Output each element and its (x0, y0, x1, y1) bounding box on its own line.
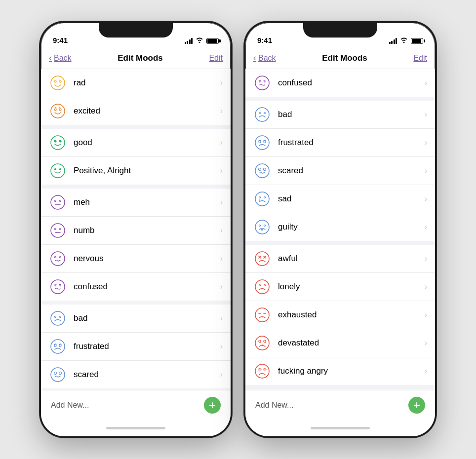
svg-point-64 (259, 369, 261, 371)
list-item[interactable]: bad › (245, 101, 435, 129)
add-button-2[interactable]: + (408, 397, 425, 414)
svg-point-42 (255, 164, 269, 178)
back-label-1[interactable]: Back (54, 54, 72, 63)
list-item[interactable]: confused › (41, 273, 231, 301)
chevron-awful: › (425, 254, 427, 263)
svg-rect-61 (259, 340, 261, 343)
chevron-frustrated-p1: › (220, 342, 223, 351)
section-2-1: confused › (245, 69, 435, 97)
svg-point-46 (259, 197, 261, 198)
svg-point-39 (255, 136, 269, 150)
emoji-scared-p1 (49, 366, 67, 383)
svg-point-8 (59, 140, 61, 142)
mood-label-meh: meh (74, 197, 220, 207)
list-item[interactable]: bad › (41, 305, 231, 333)
chevron-numb: › (220, 226, 223, 235)
list-item[interactable]: confused › (245, 69, 435, 97)
svg-point-24 (51, 311, 65, 325)
wifi-icon-2 (400, 37, 408, 44)
chevron-good: › (220, 138, 223, 147)
nav-bar-1: ‹ Back Edit Moods Edit (41, 47, 231, 69)
back-button-1[interactable]: ‹ Back (49, 53, 72, 63)
status-icons-2 (389, 37, 424, 44)
nav-title-1: Edit Moods (118, 53, 163, 63)
svg-point-41 (264, 141, 266, 143)
emoji-lonely (253, 278, 271, 296)
svg-point-33 (255, 76, 269, 90)
section-1-1: rad › excited › (41, 69, 231, 125)
nav-title-2: Edit Moods (322, 53, 367, 63)
chevron-nervous: › (220, 254, 223, 263)
list-item[interactable]: good › (41, 129, 231, 157)
list-item[interactable]: frustrated › (41, 333, 231, 361)
notch-2 (303, 23, 377, 38)
notch-1 (99, 23, 173, 38)
mood-label-frustrated-p2: frustrated (278, 138, 425, 148)
add-new-label-1: Add New... (51, 401, 89, 410)
home-indicator-2 (245, 420, 435, 436)
emoji-exhausted (253, 306, 271, 324)
svg-point-10 (55, 169, 56, 170)
svg-point-25 (55, 316, 56, 318)
list-item[interactable]: exhausted › (245, 301, 435, 329)
svg-point-1 (54, 80, 56, 82)
svg-point-0 (51, 76, 65, 90)
edit-button-1[interactable]: Edit (209, 54, 223, 63)
svg-point-56 (255, 280, 269, 294)
emoji-guilty (253, 218, 271, 236)
svg-point-36 (255, 108, 269, 121)
list-item[interactable]: scared › (41, 361, 231, 388)
list-item[interactable]: scared › (245, 157, 435, 185)
list-item[interactable]: awful › (245, 245, 435, 273)
svg-point-5 (59, 109, 61, 111)
svg-point-50 (264, 225, 266, 227)
list-item[interactable]: numb › (41, 217, 231, 245)
list-item[interactable]: lonely › (245, 273, 435, 301)
emoji-numb (49, 222, 67, 239)
svg-point-40 (259, 141, 261, 143)
status-time-2: 9:41 (257, 36, 272, 44)
add-new-bar-2: Add New... + (245, 390, 435, 420)
list-item[interactable]: excited › (41, 97, 231, 125)
emoji-rad (49, 74, 67, 92)
emoji-positive (49, 162, 67, 180)
section-2-3: awful › lonely › (245, 245, 435, 385)
edit-button-2[interactable]: Edit (413, 54, 427, 63)
svg-point-4 (54, 109, 56, 111)
svg-point-37 (259, 113, 261, 114)
phone-1: 9:41 ‹ Back Edit Moods Edit (40, 21, 232, 438)
chevron-devastated: › (425, 339, 427, 347)
emoji-nervous (49, 250, 67, 268)
chevron-meh: › (220, 198, 223, 207)
back-button-2[interactable]: ‹ Back (253, 53, 276, 63)
section-1-4: bad › frustrated › (41, 305, 231, 388)
chevron-confused-p2: › (425, 78, 427, 87)
list-item[interactable]: meh › (41, 189, 231, 217)
mood-label-excited: excited (74, 106, 220, 116)
mood-list-2: confused › bad › (245, 69, 435, 390)
list-item[interactable]: devastated › (245, 329, 435, 357)
list-item[interactable]: fucking angry › (245, 357, 435, 385)
svg-point-23 (60, 285, 61, 286)
emoji-excited (49, 102, 67, 120)
status-time-1: 9:41 (53, 36, 68, 44)
section-2-2: bad › frustrated › (245, 101, 435, 241)
list-item[interactable]: nervous › (41, 245, 231, 273)
status-icons-1 (185, 37, 219, 44)
chevron-lonely: › (425, 282, 427, 291)
mood-label-angry: fucking angry (278, 366, 425, 376)
list-item[interactable]: guilty › (245, 213, 435, 241)
mood-label-scared-p2: scared (278, 166, 425, 176)
emoji-good (49, 134, 67, 152)
svg-point-19 (55, 257, 56, 258)
list-item[interactable]: frustrated › (245, 129, 435, 157)
list-item[interactable]: sad › (245, 185, 435, 213)
emoji-awful (253, 250, 271, 268)
svg-point-35 (264, 81, 266, 82)
add-button-1[interactable]: + (204, 397, 221, 414)
back-label-2[interactable]: Back (258, 54, 276, 63)
list-item[interactable]: rad › (41, 69, 231, 97)
list-item[interactable]: Positive, Alright › (41, 157, 231, 185)
mood-label-bad-p1: bad (74, 313, 220, 323)
chevron-bad-p2: › (425, 110, 427, 119)
